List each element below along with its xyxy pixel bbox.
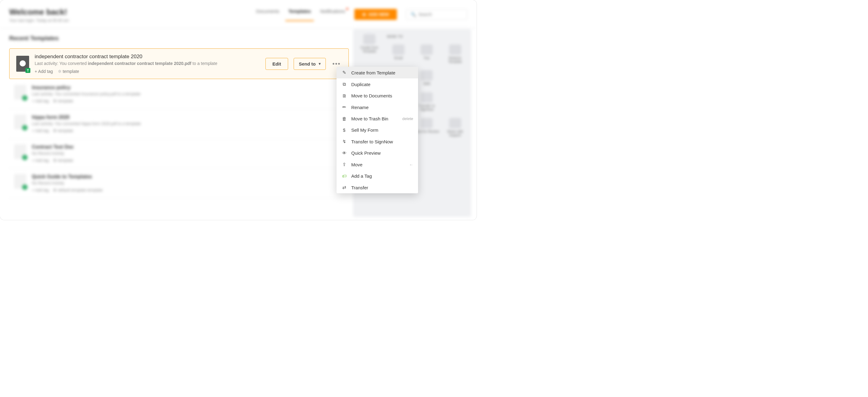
search-input[interactable]: 🔍 Search	[406, 9, 467, 20]
tag-chip: ✲ template	[58, 69, 80, 74]
edit-button[interactable]: Edit	[266, 58, 288, 70]
file-thumbnail-icon	[14, 114, 26, 129]
search-icon: 🔍	[411, 12, 416, 17]
transfer-icon: ⇄	[341, 185, 347, 190]
chevron-down-icon: ▾	[319, 62, 320, 66]
menu-rename[interactable]: ✏ Rename	[337, 101, 418, 113]
nav-documents[interactable]: Documents	[256, 8, 279, 20]
copy-icon: ⧉	[341, 81, 347, 87]
signnow-icon: ↯	[341, 139, 347, 144]
menu-quick-preview[interactable]: 👁 Quick Preview	[337, 147, 418, 159]
file-thumbnail-icon	[14, 85, 26, 100]
rail-fax[interactable]: Fax	[413, 42, 440, 65]
menu-add-tag[interactable]: 🏷 Add a Tag	[337, 170, 418, 181]
menu-move-to-documents[interactable]: 🗎 Move to Documents	[337, 90, 418, 101]
rail-notarize[interactable]: Notarize Template	[442, 42, 469, 65]
menu-transfer-signnow[interactable]: ↯ Transfer to SignNow	[337, 136, 418, 147]
menu-move-to-trash[interactable]: 🗑 Move to Trash Bin delete	[337, 113, 418, 124]
nav-templates[interactable]: Templates	[288, 8, 311, 20]
add-tag-button[interactable]: + Add tag	[35, 69, 53, 74]
menu-create-from-template[interactable]: ✎ Create from Template	[337, 67, 418, 78]
template-thumbnail-icon	[16, 56, 29, 72]
arrow-left-icon: ←	[409, 162, 413, 167]
pencil-icon: ✏	[341, 104, 347, 110]
document-icon: 🗎	[341, 93, 347, 98]
edit-icon: ✎	[341, 70, 347, 75]
plus-icon: ⊕	[362, 12, 366, 17]
trash-icon: 🗑	[341, 116, 347, 121]
top-nav: Documents Templates Notifications ⊕ ADD …	[256, 7, 467, 20]
selected-template-row[interactable]: independent contractor contract template…	[9, 48, 349, 79]
header: Welcome back! Your last login: Today at …	[0, 0, 476, 29]
template-title: independent contractor contract template…	[35, 54, 260, 60]
welcome-title: Welcome back!	[9, 7, 69, 17]
gear-icon: ✲	[58, 69, 62, 74]
send-to-button[interactable]: Send to ▾	[293, 58, 326, 70]
shortcut-label: delete	[402, 117, 413, 121]
menu-sell-my-form[interactable]: $ Sell My Form	[337, 124, 418, 136]
move-icon: ⇪	[341, 162, 347, 167]
preview-icon: 👁	[341, 151, 347, 156]
notification-dot-icon	[346, 8, 348, 10]
menu-move[interactable]: ⇪ Move ←	[337, 159, 418, 170]
menu-transfer[interactable]: ⇄ Transfer	[337, 181, 418, 193]
welcome-sub: Your last login: Today at 05:40 am	[9, 18, 69, 23]
menu-duplicate[interactable]: ⧉ Duplicate	[337, 78, 418, 90]
selected-row-body: independent contractor contract template…	[35, 54, 260, 74]
more-actions-button[interactable]: •••	[331, 60, 342, 67]
add-new-button[interactable]: ⊕ ADD NEW	[354, 9, 397, 20]
rail-create-from-template[interactable]: Create from Template	[355, 32, 383, 55]
nav-notifications[interactable]: Notifications	[320, 8, 345, 20]
template-activity: Last activity: You converted independent…	[35, 61, 260, 66]
file-thumbnail-icon	[14, 144, 26, 159]
rail-share-support[interactable]: Share with Support	[442, 116, 469, 139]
section-title: Recent Templates	[9, 35, 59, 42]
dollar-icon: $	[341, 127, 347, 133]
rail-email[interactable]: Email	[385, 42, 412, 65]
welcome-block: Welcome back! Your last login: Today at …	[9, 7, 69, 23]
context-menu: ✎ Create from Template ⧉ Duplicate 🗎 Mov…	[337, 67, 418, 193]
template-icon	[363, 34, 375, 44]
tag-icon: 🏷	[341, 173, 347, 178]
rail-section-title: SEND TO	[385, 32, 469, 41]
file-thumbnail-icon	[14, 174, 26, 189]
